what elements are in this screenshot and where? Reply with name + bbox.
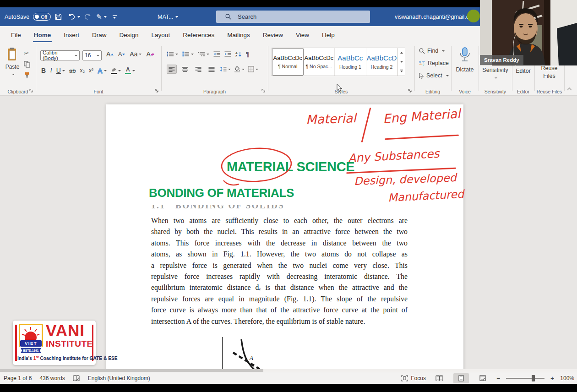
reuse-files-button[interactable]: Reuse Files [534, 65, 564, 80]
replace-button[interactable]: b c Replace [419, 60, 449, 66]
tab-insert[interactable]: Insert [57, 26, 86, 44]
paragraph-dialog-launcher[interactable] [261, 89, 266, 93]
read-mode-button[interactable] [432, 373, 447, 383]
bullets-button[interactable] [167, 51, 178, 57]
page-indicator[interactable]: Page 1 of 6 [4, 375, 32, 381]
zoom-in-button[interactable]: + [550, 375, 554, 382]
ink-mode-button[interactable]: ✎ [96, 7, 107, 26]
search-input[interactable]: Search [216, 11, 370, 23]
zoom-out-button[interactable]: − [496, 375, 500, 382]
align-left-button[interactable] [167, 65, 177, 74]
numbering-button[interactable] [182, 51, 194, 57]
shrink-font-button[interactable]: A [118, 51, 125, 57]
logo-brand: VANI [46, 322, 85, 339]
document-page[interactable]: Material Eng Material Any Substances Des… [106, 104, 463, 370]
redo-button[interactable] [84, 7, 92, 26]
text-effects-button[interactable]: A [98, 67, 107, 75]
logo-brand2: INSTITUTE [46, 339, 93, 349]
borders-button[interactable] [248, 66, 258, 72]
tab-layout[interactable]: Layout [145, 26, 177, 44]
word-count[interactable]: 436 words [39, 375, 65, 381]
select-button[interactable]: Select [419, 72, 449, 79]
bold-button[interactable]: B [41, 67, 46, 74]
line-spacing-icon [220, 66, 227, 72]
search-placeholder: Search [238, 13, 256, 20]
web-layout-button[interactable] [475, 373, 490, 383]
annotation-any-substances: Any Substances [348, 147, 440, 165]
paste-button[interactable]: Paste [4, 47, 21, 78]
undo-button[interactable] [68, 7, 80, 26]
find-dropdown-icon [441, 48, 445, 54]
account-avatar[interactable] [467, 10, 480, 22]
styles-dialog-launcher[interactable] [408, 89, 412, 93]
tab-design[interactable]: Design [113, 26, 145, 44]
editor-button[interactable]: Editor [512, 67, 534, 75]
superscript-button[interactable]: x² [89, 67, 93, 74]
zoom-level[interactable]: 100% [560, 375, 574, 381]
tab-references[interactable]: References [176, 26, 221, 44]
document-title[interactable]: MAT... [158, 7, 178, 26]
tab-view[interactable]: View [289, 26, 316, 44]
subscript-button[interactable]: x₂ [80, 67, 85, 74]
scan-line: atoms. This force increases with the dec… [151, 238, 408, 249]
font-color-button[interactable]: A [125, 67, 135, 74]
style-normal[interactable]: AaBbCcDc ¶ Normal [272, 48, 304, 76]
increase-indent-button[interactable] [224, 51, 231, 57]
font-dialog-launcher[interactable] [155, 89, 159, 93]
justify-button[interactable] [207, 65, 217, 74]
clear-formatting-button[interactable]: A [146, 50, 154, 58]
style-heading2[interactable]: AaBbCcD Heading 2 [366, 48, 398, 76]
align-right-button[interactable] [193, 65, 203, 74]
tab-mailings[interactable]: Mailings [221, 26, 256, 44]
autosave-pill: Off [33, 13, 51, 21]
sort-button[interactable]: A Z [235, 51, 242, 57]
font-size-select[interactable]: 16 [82, 50, 102, 60]
styles-gallery-more[interactable] [398, 66, 405, 76]
autosave-toggle[interactable]: AutoSave Off [5, 7, 51, 26]
figure-force-curves: A [214, 333, 273, 370]
highlight-button[interactable] [111, 67, 121, 74]
multilevel-list-button[interactable] [198, 51, 209, 57]
clear-eraser-icon [151, 52, 154, 56]
account-email[interactable]: viswanadh.chaganti@gmail.com [395, 7, 477, 26]
paste-icon [6, 47, 18, 62]
tab-file[interactable]: File [5, 26, 27, 44]
style-no-spacing[interactable]: AaBbCcDc ¶ No Spac... [304, 48, 335, 76]
svg-text:A: A [235, 51, 238, 54]
collapse-ribbon-button[interactable] [568, 87, 572, 92]
align-center-button[interactable] [180, 65, 190, 74]
focus-mode-button[interactable]: Focus [401, 375, 426, 381]
logo-tagline: India's 1st Coaching Institute for GATE … [17, 355, 92, 361]
customize-qat-button[interactable] [113, 7, 117, 26]
language-indicator[interactable]: English (United Kingdom) [88, 375, 150, 381]
copy-button[interactable] [24, 61, 30, 70]
tab-help[interactable]: Help [316, 26, 341, 44]
decrease-indent-button[interactable] [213, 51, 220, 57]
style-heading1[interactable]: AaBbCc Heading 1 [335, 48, 366, 76]
shading-button[interactable] [234, 66, 245, 72]
styles-scroll-down[interactable] [398, 57, 405, 66]
sensitivity-button[interactable]: Sensitivity [479, 66, 512, 82]
change-case-button[interactable]: Aa [130, 50, 142, 58]
tab-draw[interactable]: Draw [86, 26, 113, 44]
strikethrough-button[interactable]: ab [69, 67, 76, 74]
proofing-icon[interactable] [73, 375, 80, 381]
print-layout-button[interactable] [453, 373, 469, 383]
line-spacing-button[interactable] [220, 66, 231, 72]
grow-font-button[interactable]: A [106, 50, 114, 58]
save-button[interactable] [55, 7, 62, 26]
tab-home[interactable]: Home [27, 26, 58, 44]
format-painter-button[interactable] [24, 72, 30, 81]
underline-button[interactable]: U [56, 67, 65, 74]
styles-scroll-up[interactable] [398, 48, 405, 57]
zoom-slider[interactable] [506, 378, 544, 379]
find-button[interactable]: Find [419, 48, 445, 54]
cut-button[interactable]: ✂ [24, 49, 29, 57]
font-name-select[interactable]: Calibri (Body) [40, 50, 80, 60]
clipboard-dialog-launcher[interactable] [29, 89, 33, 93]
italic-button[interactable]: I [50, 67, 52, 74]
zoom-slider-thumb[interactable] [532, 375, 535, 381]
tab-review[interactable]: Review [256, 26, 289, 44]
dictate-button[interactable]: Dictate [451, 47, 479, 73]
show-marks-button[interactable]: ¶ [246, 50, 250, 58]
